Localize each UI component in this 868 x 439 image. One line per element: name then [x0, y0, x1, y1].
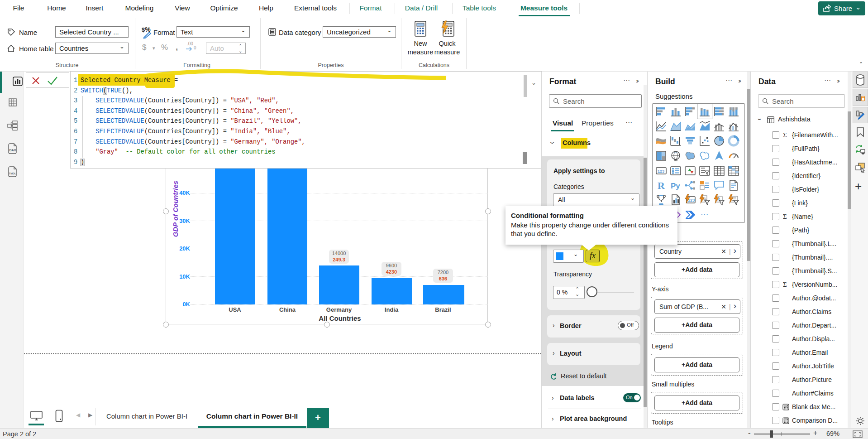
- svg-text:123: 123: [658, 169, 664, 174]
- svg-text:R: R: [658, 180, 665, 191]
- svg-text:Py: Py: [671, 182, 680, 190]
- svg-text:DAX: DAX: [9, 148, 16, 152]
- svg-text:TMDL: TMDL: [9, 172, 17, 175]
